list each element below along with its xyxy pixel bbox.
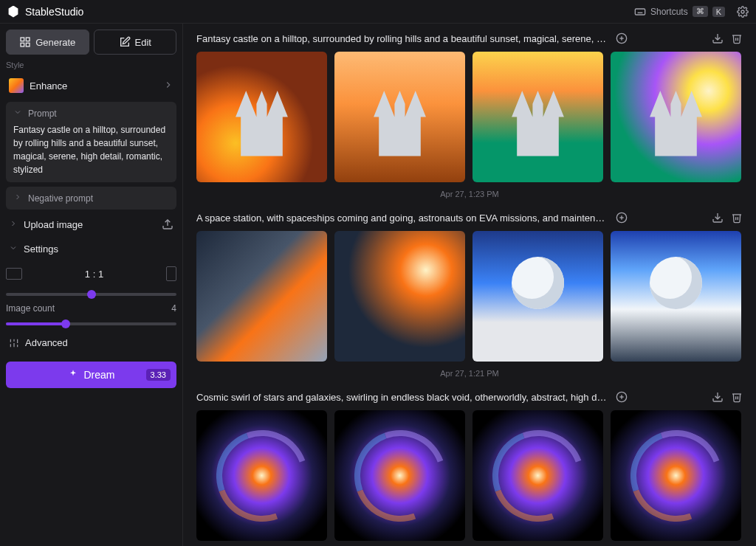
svg-rect-2 [21,38,24,41]
generated-image[interactable] [334,231,465,362]
style-thumbnail-icon [9,78,24,93]
ratio-slider[interactable] [6,293,176,296]
generated-image[interactable] [334,52,465,182]
generated-image[interactable] [611,52,741,182]
dream-button[interactable]: Dream 3.33 [6,362,176,388]
svg-rect-0 [635,9,645,15]
generated-image[interactable] [196,52,327,182]
shortcut-key-k: K [712,7,725,17]
image-count-slider[interactable] [6,322,176,325]
edit-icon [119,36,131,48]
download-icon[interactable] [712,391,724,403]
generated-image[interactable] [611,231,741,362]
generation-block: A space station, with spaceships coming … [196,212,743,378]
content-area: Fantasy castle on a hilltop, surrounded … [183,24,756,546]
image-count-label: Image count [6,303,55,314]
settings-icon[interactable] [737,6,749,18]
advanced-row[interactable]: Advanced [6,333,176,353]
sparkle-icon [67,369,79,381]
dream-label: Dream [83,369,114,381]
trash-icon[interactable] [731,32,743,44]
style-value: Enhance [30,80,67,91]
chevron-right-icon [9,219,18,230]
tab-edit[interactable]: Edit [94,30,177,55]
generation-timestamp: Apr 27, 1:23 PM [196,190,743,198]
generation-timestamp: Apr 27, 1:21 PM [196,369,743,378]
upload-icon[interactable] [162,218,173,230]
svg-rect-3 [26,38,30,41]
shortcuts-button[interactable]: Shortcuts ⌘ K [628,4,731,20]
settings-row[interactable]: Settings [6,239,176,259]
generated-image[interactable] [611,410,741,541]
generated-image[interactable] [196,231,327,362]
upload-label: Upload image [24,219,83,230]
chevron-down-icon [9,243,18,255]
generation-block: Fantasy castle on a hilltop, surrounded … [196,32,743,198]
sliders-icon [9,338,19,348]
app-header: StableStudio Shortcuts ⌘ K [0,0,756,24]
advanced-label: Advanced [25,337,68,348]
tab-generate-label: Generate [35,37,75,48]
header-right: Shortcuts ⌘ K [628,4,749,20]
style-label: Style [6,61,176,69]
generated-image[interactable] [196,410,327,541]
landscape-ratio-icon[interactable] [6,268,22,280]
app-logo-icon [7,6,19,18]
keyboard-icon [634,6,646,18]
prompt-text[interactable]: Fantasy castle on a hilltop, surrounded … [13,123,169,176]
trash-icon[interactable] [731,391,743,403]
plus-circle-icon[interactable] [616,32,628,44]
dream-cost-badge: 3.33 [146,369,171,381]
style-selector[interactable]: Enhance [6,74,176,97]
aspect-ratio-control: 1 : 1 [6,263,176,284]
chevron-down-icon [13,108,22,119]
generated-image[interactable] [472,231,603,362]
svg-rect-4 [21,43,24,46]
download-icon[interactable] [712,32,724,44]
main-layout: Generate Edit Style Enhance [0,24,756,546]
chevron-right-icon [163,80,173,92]
negative-prompt-label: Negative prompt [28,193,93,204]
negative-prompt-row[interactable]: Negative prompt [6,187,176,210]
image-count-value: 4 [171,303,176,314]
download-icon[interactable] [712,212,724,224]
plus-circle-icon[interactable] [616,212,628,224]
tab-edit-label: Edit [135,37,151,48]
prompt-label: Prompt [28,108,57,119]
chevron-right-icon [13,193,22,204]
settings-label: Settings [24,243,58,255]
header-left: StableStudio [7,6,83,18]
prompt-card[interactable]: Prompt Fantasy castle on a hilltop, surr… [6,102,176,182]
app-title: StableStudio [25,6,83,18]
sidebar: Generate Edit Style Enhance [0,24,183,546]
svg-rect-5 [26,43,30,46]
generated-image[interactable] [334,410,465,541]
generated-image[interactable] [472,410,603,541]
trash-icon[interactable] [731,212,743,224]
tab-generate[interactable]: Generate [6,30,89,55]
grid-icon [19,36,31,48]
ratio-label: 1 : 1 [85,269,103,280]
generated-image[interactable] [472,52,603,182]
generation-prompt: A space station, with spaceships coming … [196,212,610,224]
svg-point-1 [741,10,744,13]
generation-block: Cosmic swirl of stars and galaxies, swir… [196,391,743,541]
shortcut-key-cmd: ⌘ [693,6,708,17]
generation-prompt: Fantasy castle on a hilltop, surrounded … [196,33,610,44]
shortcuts-label: Shortcuts [650,7,688,17]
generation-prompt: Cosmic swirl of stars and galaxies, swir… [196,392,610,403]
plus-circle-icon[interactable] [616,391,628,403]
mode-tabs: Generate Edit [6,30,176,55]
portrait-ratio-icon[interactable] [166,266,176,281]
upload-image-row[interactable]: Upload image [6,214,176,235]
